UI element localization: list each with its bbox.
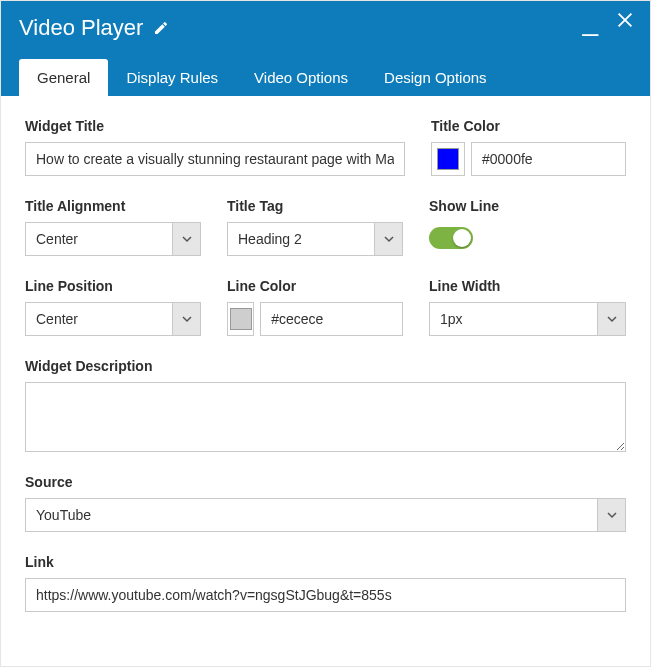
widget-title-input[interactable] [25, 142, 405, 176]
widget-description-textarea[interactable] [25, 382, 626, 452]
tab-video-options[interactable]: Video Options [236, 59, 366, 96]
chevron-down-icon [597, 303, 625, 335]
toggle-knob [453, 229, 471, 247]
link-label: Link [25, 554, 626, 570]
title-color-swatch-button[interactable] [431, 142, 465, 176]
line-position-label: Line Position [25, 278, 201, 294]
dialog-body: Widget Title Title Color Title Alignment… [1, 96, 650, 641]
dialog-title: Video Player [19, 15, 143, 41]
line-width-select[interactable]: 1px [429, 302, 626, 336]
show-line-toggle[interactable] [429, 227, 473, 249]
show-line-label: Show Line [429, 198, 626, 214]
title-color-label: Title Color [431, 118, 626, 134]
title-color-input[interactable] [471, 142, 626, 176]
line-width-label: Line Width [429, 278, 626, 294]
widget-description-label: Widget Description [25, 358, 626, 374]
tab-display-rules[interactable]: Display Rules [108, 59, 236, 96]
line-color-swatch-button[interactable] [227, 302, 254, 336]
chevron-down-icon [172, 303, 200, 335]
line-color-label: Line Color [227, 278, 403, 294]
source-label: Source [25, 474, 626, 490]
line-position-value: Center [26, 303, 172, 335]
tab-design-options[interactable]: Design Options [366, 59, 505, 96]
line-width-value: 1px [430, 303, 597, 335]
chevron-down-icon [597, 499, 625, 531]
source-value: YouTube [26, 499, 597, 531]
title-color-swatch [437, 148, 459, 170]
line-color-swatch [230, 308, 252, 330]
title-alignment-label: Title Alignment [25, 198, 201, 214]
tab-general[interactable]: General [19, 59, 108, 96]
edit-title-icon[interactable] [153, 20, 169, 36]
title-alignment-value: Center [26, 223, 172, 255]
line-position-select[interactable]: Center [25, 302, 201, 336]
dialog-header: Video Player _ General Display Rules Vid… [1, 1, 650, 96]
widget-title-label: Widget Title [25, 118, 405, 134]
link-input[interactable] [25, 578, 626, 612]
title-alignment-select[interactable]: Center [25, 222, 201, 256]
tab-bar: General Display Rules Video Options Desi… [19, 59, 632, 96]
title-tag-select[interactable]: Heading 2 [227, 222, 403, 256]
close-button[interactable] [614, 9, 636, 35]
source-select[interactable]: YouTube [25, 498, 626, 532]
title-tag-label: Title Tag [227, 198, 403, 214]
line-color-input[interactable] [260, 302, 403, 336]
chevron-down-icon [172, 223, 200, 255]
title-tag-value: Heading 2 [228, 223, 374, 255]
chevron-down-icon [374, 223, 402, 255]
